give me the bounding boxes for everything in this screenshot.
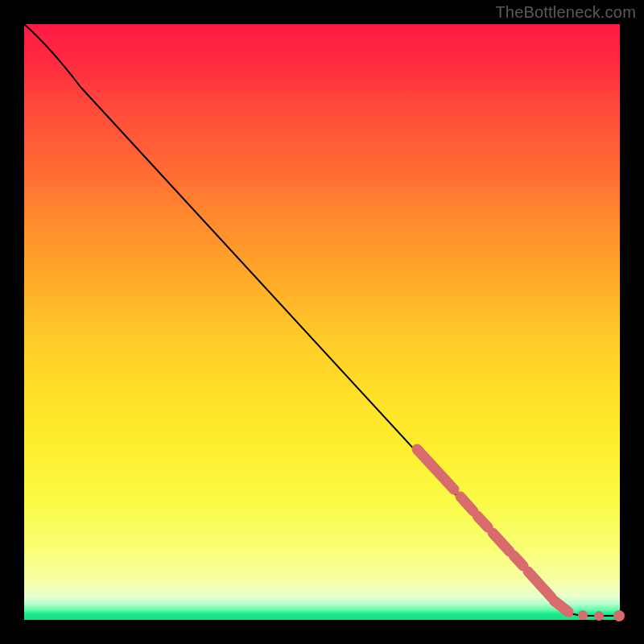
highlight-dots [578, 610, 625, 621]
watermark-text: TheBottleneck.com [495, 3, 636, 22]
dot-2 [594, 611, 604, 621]
seg-6 [528, 572, 551, 597]
dot-3 [613, 610, 625, 621]
highlight-segments [417, 449, 568, 612]
seg-1 [417, 449, 454, 489]
seg-2 [460, 497, 473, 511]
seg-4 [493, 533, 510, 551]
seg-5 [514, 555, 523, 566]
dot-1 [578, 610, 588, 620]
chart-frame: TheBottleneck.com [0, 0, 644, 644]
chart-svg [24, 24, 620, 620]
seg-7 [554, 601, 568, 612]
plot-area [24, 24, 620, 620]
main-curve [24, 24, 620, 616]
seg-3 [477, 516, 488, 527]
